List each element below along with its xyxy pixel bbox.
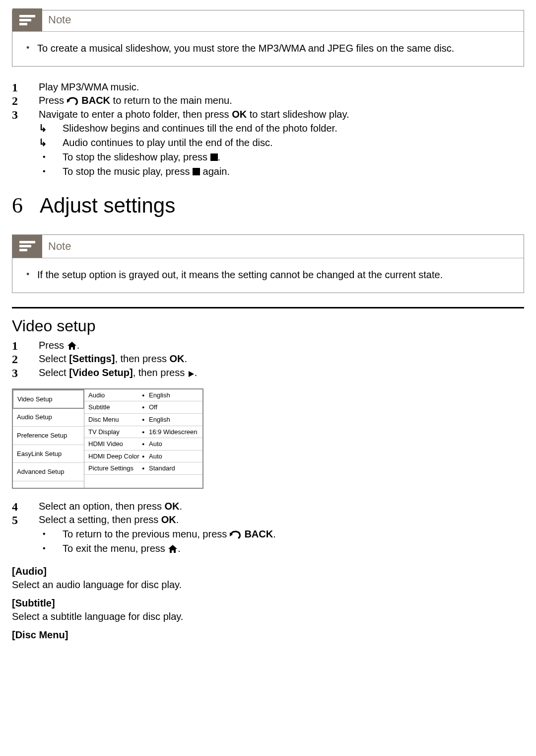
step-number: 2 (12, 352, 39, 366)
step-number: 1 (12, 339, 39, 352)
note-text: If the setup option is grayed out, it me… (26, 268, 515, 282)
section-title: Adjust settings (40, 192, 175, 220)
note-icon (12, 8, 42, 31)
sub-text: Slideshow begins and continues till the … (63, 122, 524, 135)
section-heading: 6 Adjust settings (12, 191, 524, 220)
stop-icon (210, 153, 218, 161)
step-text: Select [Settings], then press OK. (39, 352, 524, 366)
def-audio-title: [Audio] (12, 565, 524, 578)
step-text: Navigate to enter a photo folder, then p… (39, 108, 524, 121)
stop-icon (193, 168, 200, 175)
dot-icon (142, 391, 149, 400)
bullet-icon (39, 165, 63, 178)
video-setup-steps-cont: 4 Select an option, then press OK. 5 Sel… (12, 500, 524, 556)
step-number: 4 (12, 500, 39, 513)
step-number: 2 (12, 94, 39, 107)
menu-row: SubtitleOff (84, 401, 202, 414)
menu-row: AudioEnglish (84, 389, 202, 402)
section-number: 6 (12, 191, 23, 220)
menu-row: HDMI VideoAuto (84, 438, 202, 451)
note-box-1: Note To create a musical slideshow, you … (12, 10, 524, 67)
bullet-icon (39, 542, 63, 555)
dot-icon (142, 452, 149, 461)
sub-text: To stop the slideshow play, press . (63, 151, 524, 164)
def-discmenu-title: [Disc Menu] (12, 628, 524, 642)
menu-left-column: Video Setup Audio Setup Preference Setup… (13, 389, 84, 488)
def-subtitle-body: Select a subtitle language for disc play… (12, 610, 524, 623)
menu-left-item: Preference Setup (13, 427, 84, 445)
slideshow-steps: 1 Play MP3/WMA music. 2 Press BACK to re… (12, 80, 524, 179)
step-number: 3 (12, 366, 39, 379)
sub-text: To return to the previous menu, press BA… (63, 528, 524, 541)
step-text: Press BACK to return to the main menu. (39, 94, 524, 107)
menu-left-item: Advanced Setup (13, 463, 84, 481)
menu-left-item: Audio Setup (13, 408, 84, 427)
home-icon (67, 341, 77, 350)
result-arrow-icon (39, 136, 63, 149)
step-number: 5 (12, 513, 39, 527)
menu-row: Picture SettingsStandard (84, 462, 202, 475)
menu-right-column: AudioEnglish SubtitleOff Disc MenuEnglis… (84, 389, 202, 488)
dot-icon (142, 403, 149, 412)
note-title: Note (42, 239, 71, 254)
menu-row-empty (84, 475, 202, 488)
step-text: Select a setting, then press OK. (39, 513, 524, 527)
menu-row: TV Display16:9 Widescreen (84, 426, 202, 439)
def-audio-body: Select an audio language for disc play. (12, 578, 524, 592)
step-text: Select [Video Setup], then press . (39, 366, 524, 379)
dot-icon (142, 428, 149, 437)
menu-row: HDMI Deep ColorAuto (84, 451, 202, 463)
menu-row: Disc MenuEnglish (84, 414, 202, 426)
step-text: Play MP3/WMA music. (39, 80, 524, 94)
note-icon (12, 235, 42, 258)
step-text: Select an option, then press OK. (39, 500, 524, 513)
menu-left-item: EasyLink Setup (13, 445, 84, 463)
back-icon (230, 530, 242, 539)
note-box-2: Note If the setup option is grayed out, … (12, 234, 524, 293)
note-body: If the setup option is grayed out, it me… (12, 258, 524, 293)
dot-icon (142, 440, 149, 449)
def-subtitle-title: [Subtitle] (12, 597, 524, 610)
sub-text: To exit the menu, press . (63, 542, 524, 555)
bullet-icon (39, 151, 63, 163)
bullet-icon (39, 528, 63, 540)
subsection-heading: Video setup (12, 315, 524, 337)
note-text: To create a musical slideshow, you must … (26, 42, 515, 55)
step-number: 3 (12, 108, 39, 121)
menu-screenshot: Video Setup Audio Setup Preference Setup… (12, 388, 203, 489)
note-body: To create a musical slideshow, you must … (12, 32, 524, 66)
result-arrow-icon (39, 122, 63, 135)
video-setup-steps: 1 Press . 2 Select [Settings], then pres… (12, 339, 524, 379)
note-title: Note (42, 12, 71, 27)
step-text: Press . (39, 339, 524, 352)
note-tab: Note (12, 8, 524, 31)
dot-icon (142, 464, 149, 473)
note-tab: Note (12, 235, 524, 258)
sub-text: Audio continues to play until the end of… (63, 136, 524, 150)
sub-text: To stop the music play, press again. (63, 165, 524, 178)
home-icon (168, 544, 178, 553)
step-number: 1 (12, 80, 39, 94)
dot-icon (142, 415, 149, 424)
menu-left-item: Video Setup (12, 389, 84, 409)
play-icon (188, 371, 195, 378)
back-icon (67, 96, 79, 105)
section-divider (12, 307, 524, 308)
